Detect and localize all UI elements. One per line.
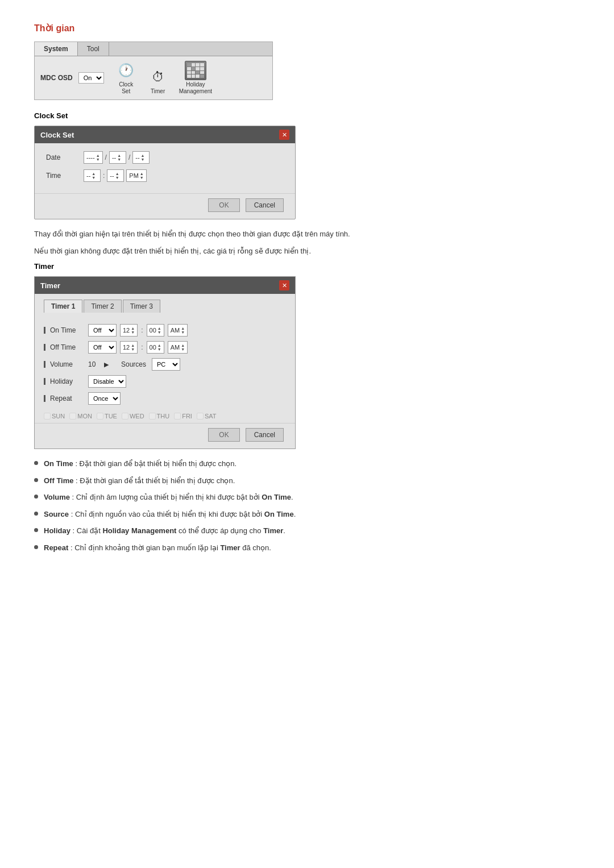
day-mon: MON [69,413,92,420]
timer-icon-item[interactable]: ⏱ Timer [147,68,169,95]
clock-set-close-button[interactable]: ✕ [279,130,289,140]
time-ampm[interactable]: PM ▲ ▼ [126,169,146,182]
on-min[interactable]: 00 ▲ ▼ [147,324,164,337]
off-hour[interactable]: 12 ▲ ▼ [120,341,138,354]
off-hour-down[interactable]: ▼ [131,347,135,351]
tab-system[interactable]: System [35,42,78,56]
bullet-source: Source : Chỉ định nguồn vào của thiết bị… [34,509,580,520]
toolbar-screenshot: System Tool MDC OSD On 🕐 ClockSet ⏱ Time… [34,41,273,100]
timer-close-button[interactable]: ✕ [279,280,289,290]
time-ampm-up[interactable]: ▲ [140,172,144,176]
timer-label: Timer [151,88,165,95]
on-ampm-down[interactable]: ▼ [181,330,185,334]
off-min[interactable]: 00 ▲ ▼ [147,341,164,354]
date-sep2: / [128,153,130,161]
on-time-select[interactable]: Off [88,324,117,337]
date-val3-down[interactable]: ▼ [141,157,145,161]
off-time-select[interactable]: Off [88,341,117,354]
timer-icon: ⏱ [147,68,169,87]
timer-tab-1[interactable]: Timer 1 [44,300,82,313]
date-sep1: / [105,153,107,161]
clock-set-icon-item[interactable]: 🕐 ClockSet [115,61,137,95]
bullet-off-time-text: Off Time : Đặt thời gian để tắt thiết bị… [44,475,235,487]
bullet-dot-6 [34,545,38,549]
holiday-icon-item[interactable]: HolidayManagement [179,61,212,95]
on-hour-up[interactable]: ▲ [131,326,135,330]
bullet-dot-2 [34,478,38,482]
off-ampm-down[interactable]: ▼ [181,347,185,351]
date-val2-down[interactable]: ▼ [117,157,121,161]
day-sun: SUN [44,413,65,420]
bullet-holiday-text: Holiday : Cài đặt Holiday Management có … [44,525,285,537]
off-min-down[interactable]: ▼ [157,347,161,351]
bullet-volume: Volume : Chỉ định âm lượng của thiết bị … [34,492,580,503]
on-ampm[interactable]: AM ▲ ▼ [168,324,188,337]
on-min-down[interactable]: ▼ [157,330,161,334]
holiday-row: Holiday Disable [44,375,286,388]
timer-dialog-title: Timer [40,281,60,290]
off-min-up[interactable]: ▲ [157,343,161,347]
clock-icon: 🕐 [115,61,137,80]
day-tue: TUE [97,413,117,420]
timer-tab-2[interactable]: Timer 2 [84,300,121,313]
time-sep: : [103,172,105,180]
time-hour-down[interactable]: ▼ [92,176,96,180]
days-row: SUN MON TUE WED THU FRI SAT [44,409,286,423]
mdc-osd-select[interactable]: On [78,72,104,84]
date-val3[interactable]: -- ▲ ▼ [132,151,150,164]
bullet-repeat: Repeat : Chỉ định khoảng thời gian bạn m… [34,542,580,554]
time-hour[interactable]: -- ▲ ▼ [84,169,101,182]
date-val3-up[interactable]: ▲ [141,153,145,157]
time-min-down[interactable]: ▼ [115,176,119,180]
timer-ok-button[interactable]: OK [208,428,239,442]
bullet-off-time: Off Time : Đặt thời gian để tắt thiết bị… [34,475,580,487]
off-hour-up[interactable]: ▲ [131,343,135,347]
sources-select[interactable]: PC [152,358,180,371]
on-time-label: On Time [44,326,85,334]
date-val2[interactable]: -- ▲ ▼ [109,151,126,164]
day-sat: SAT [197,413,217,420]
repeat-select[interactable]: Once [88,392,121,405]
date-val1[interactable]: ---- ▲ ▼ [84,151,103,164]
on-min-up[interactable]: ▲ [157,326,161,330]
holiday-select[interactable]: Disable [88,375,126,388]
on-hour[interactable]: 12 ▲ ▼ [120,324,138,337]
tab-tool[interactable]: Tool [78,42,109,56]
time-min-up[interactable]: ▲ [115,172,119,176]
volume-value: 10 [88,360,101,368]
bullet-holiday: Holiday : Cài đặt Holiday Management có … [34,525,580,537]
volume-sources-row: Volume 10 ▶ Sources PC [44,358,286,371]
date-val2-up[interactable]: ▲ [117,153,121,157]
timer-dialog: Timer ✕ Timer 1 Timer 2 Timer 3 On Time … [34,276,296,449]
off-time-label: Off Time [44,343,85,351]
time-row: Time -- ▲ ▼ : -- ▲ ▼ [46,169,284,182]
day-wed: WED [122,413,144,420]
time-hour-up[interactable]: ▲ [92,172,96,176]
clock-set-section-label: Clock Set [34,111,580,120]
sources-label: Sources [121,360,146,368]
bullet-dot-1 [34,461,38,465]
time-min[interactable]: -- ▲ ▼ [107,169,124,182]
timer-tab-3[interactable]: Timer 3 [123,300,160,313]
clock-cancel-button[interactable]: Cancel [246,198,284,212]
repeat-label: Repeat [44,394,85,402]
off-ampm[interactable]: AM ▲ ▼ [168,341,188,354]
off-ampm-up[interactable]: ▲ [181,343,185,347]
on-hour-down[interactable]: ▼ [131,330,135,334]
timer-cancel-button[interactable]: Cancel [246,428,284,442]
bullet-dot-4 [34,512,38,516]
para2: Nếu thời gian không được đặt trên thiết … [34,246,580,257]
clock-set-label: ClockSet [119,81,133,95]
day-thu: THU [149,413,170,420]
para1: Thay đổi thời gian hiện tại trên thiết b… [34,229,580,240]
date-label: Date [46,153,80,161]
clock-set-dialog-title: Clock Set [40,131,74,139]
on-ampm-up[interactable]: ▲ [181,326,185,330]
clock-ok-button[interactable]: OK [208,198,239,212]
volume-label: Volume [44,360,85,368]
date-val1-down[interactable]: ▼ [96,157,100,161]
date-val1-up[interactable]: ▲ [96,153,100,157]
volume-arrow-right[interactable]: ▶ [104,361,109,368]
time-ampm-down[interactable]: ▼ [140,176,144,180]
holiday-icon [185,61,206,80]
